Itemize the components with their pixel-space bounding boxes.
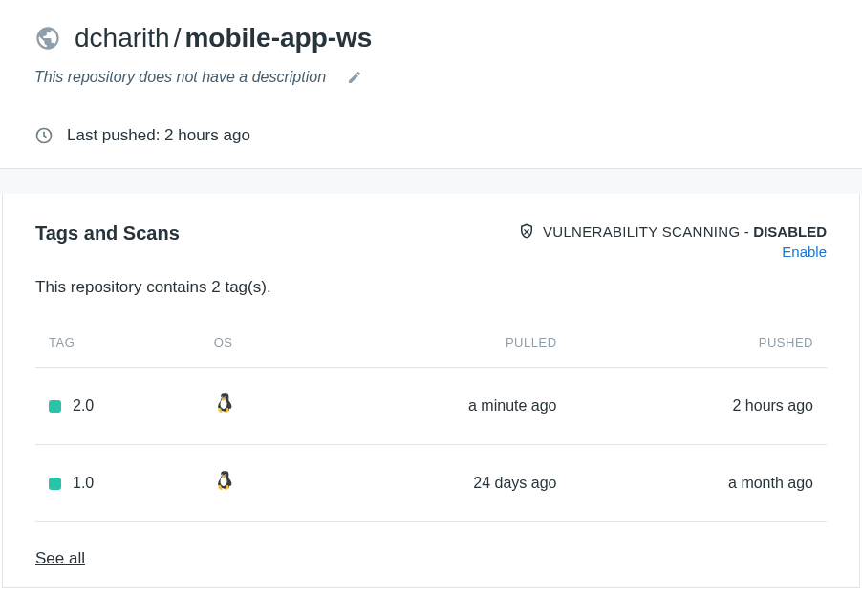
tag-status-dot: [49, 478, 61, 490]
globe-icon: [34, 25, 61, 52]
svg-point-5: [225, 397, 226, 398]
repo-header: dcharith/mobile-app-ws This repository d…: [0, 0, 862, 168]
enable-scanning-link[interactable]: Enable: [782, 244, 827, 260]
pushed-cell: a month ago: [571, 445, 827, 522]
table-header-row: TAG OS PULLED PUSHED: [35, 324, 827, 368]
shield-icon: [518, 223, 535, 240]
description-placeholder: This repository does not have a descript…: [34, 69, 326, 86]
tag-cell: 1.0: [49, 475, 187, 492]
col-pulled: PULLED: [306, 324, 571, 368]
svg-point-10: [225, 475, 226, 476]
repo-title: dcharith/mobile-app-ws: [75, 23, 372, 53]
tag-cell: 2.0: [49, 397, 187, 414]
linux-icon: [214, 393, 233, 415]
title-slash: /: [174, 23, 182, 53]
tags-title: Tags and Scans: [35, 223, 180, 244]
clock-icon: [34, 126, 54, 145]
section-divider: [0, 168, 862, 194]
col-tag: TAG: [35, 324, 201, 368]
pulled-cell: a minute ago: [306, 368, 571, 445]
col-os: OS: [201, 324, 306, 368]
edit-description-icon[interactable]: [347, 70, 362, 85]
vuln-label: VULNERABILITY SCANNING - DISABLED: [543, 223, 827, 240]
repo-owner[interactable]: dcharith: [75, 23, 170, 53]
tags-scans-panel: Tags and Scans VULNERABILITY SCANNING - …: [2, 194, 860, 588]
tag-name[interactable]: 1.0: [73, 475, 94, 492]
pulled-cell: 24 days ago: [306, 445, 571, 522]
repo-name[interactable]: mobile-app-ws: [184, 23, 372, 53]
tag-name[interactable]: 2.0: [73, 397, 94, 414]
title-row: dcharith/mobile-app-ws: [34, 23, 828, 53]
last-pushed-text: Last pushed: 2 hours ago: [67, 126, 250, 145]
table-row[interactable]: 1.0 24 days ago a mo: [35, 445, 827, 522]
col-pushed: PUSHED: [571, 324, 827, 368]
vuln-state: DISABLED: [753, 223, 827, 240]
vulnerability-column: VULNERABILITY SCANNING - DISABLED Enable: [518, 223, 827, 261]
tag-status-dot: [49, 400, 61, 413]
svg-point-4: [222, 397, 223, 398]
table-row[interactable]: 2.0 a minute ago 2 h: [35, 368, 827, 445]
vulnerability-status: VULNERABILITY SCANNING - DISABLED: [518, 223, 827, 240]
svg-point-9: [222, 475, 223, 476]
description-row: This repository does not have a descript…: [34, 69, 828, 86]
last-pushed-row: Last pushed: 2 hours ago: [34, 126, 828, 145]
tag-count-text: This repository contains 2 tag(s).: [35, 278, 827, 297]
tags-table: TAG OS PULLED PUSHED 2.0: [35, 324, 827, 522]
tags-header-row: Tags and Scans VULNERABILITY SCANNING - …: [35, 223, 827, 261]
see-all-link[interactable]: See all: [35, 549, 85, 568]
linux-icon: [214, 470, 233, 493]
pushed-cell: 2 hours ago: [571, 368, 827, 445]
